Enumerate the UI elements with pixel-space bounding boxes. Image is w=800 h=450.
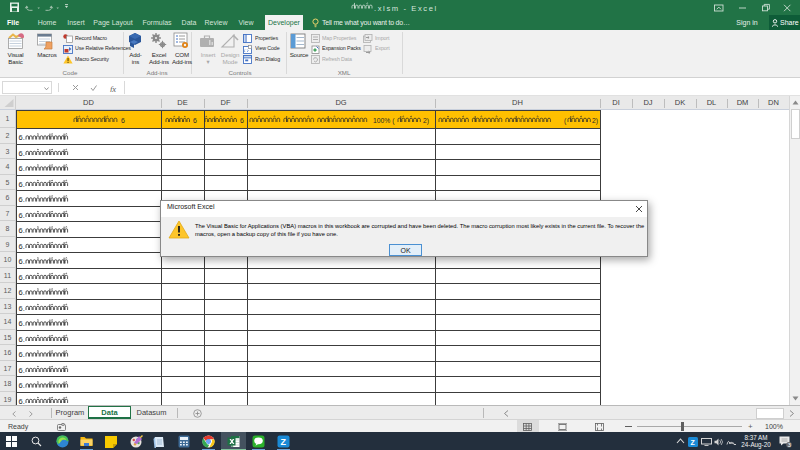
svg-text:6: 6 [193, 117, 197, 124]
svg-text:Z: Z [691, 439, 696, 446]
svg-text:fx: fx [110, 84, 116, 92]
svg-text:2): 2) [423, 117, 429, 125]
svg-text:6: 6 [121, 117, 125, 124]
svg-text:6: 6 [240, 117, 244, 124]
svg-text:2): 2) [592, 117, 598, 125]
svg-text:100% (: 100% ( [373, 117, 395, 125]
svg-text:3: 3 [788, 442, 791, 448]
svg-text:.xlsm - Excel: .xlsm - Excel [374, 4, 438, 13]
svg-text:Z: Z [281, 437, 287, 447]
